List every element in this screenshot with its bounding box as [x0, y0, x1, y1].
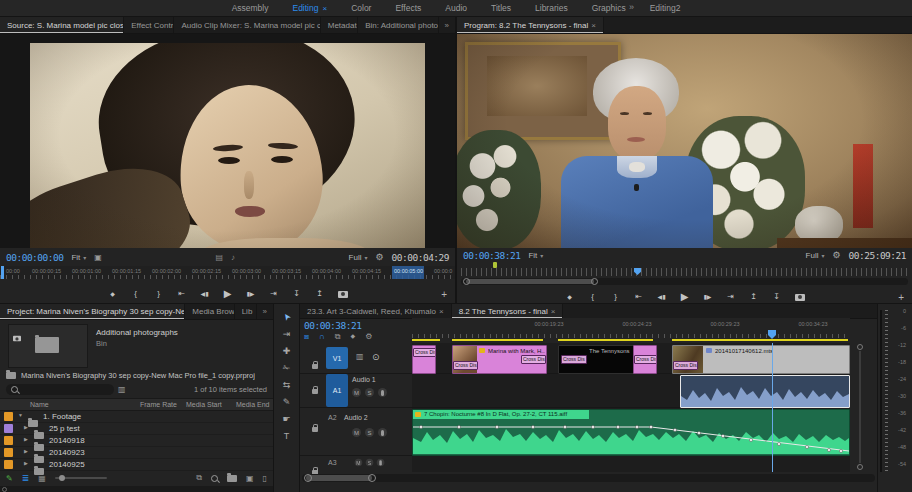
label-chip[interactable] [4, 424, 13, 433]
source-track-indicator-a1[interactable]: A1 [326, 374, 348, 407]
tab-project[interactable]: Project: Marina Niven's Biography 30 sep… [0, 304, 185, 319]
mark-out-button[interactable]: } [154, 289, 164, 299]
transition[interactable]: Cross Dis [561, 355, 587, 364]
export-frame-button[interactable] [338, 291, 348, 298]
solo-button[interactable]: S [365, 428, 374, 437]
video-clip-tennysons[interactable]: Cross Dis The Tennysons [558, 345, 635, 374]
bin-preview-thumbnail[interactable] [8, 324, 88, 368]
track-label[interactable]: A3 [328, 459, 337, 466]
label-chip[interactable] [4, 412, 13, 421]
go-to-in-button[interactable]: ⇤ [634, 292, 644, 302]
source-resolution-select[interactable]: Full▾ [349, 253, 368, 262]
audio-clip-a1[interactable] [680, 375, 850, 408]
add-marker-button[interactable]: ◆ [351, 332, 356, 342]
solo-button[interactable]: S [366, 459, 374, 467]
timeline-ruler[interactable]: 00:00:19:23 00:00:24:23 00:00:29:23 00:0… [412, 318, 850, 339]
slip-tool[interactable]: ⇆ [274, 376, 299, 393]
ripple-edit-tool[interactable]: ✚ [274, 342, 299, 359]
program-video-area[interactable] [457, 34, 912, 248]
tab-overflow-button[interactable]: » [257, 304, 273, 319]
new-item-button[interactable]: ▣ [246, 474, 254, 483]
track-name[interactable]: Audio 1 [352, 376, 376, 383]
icon-view-button[interactable]: ▦ [38, 474, 46, 483]
program-ruler[interactable] [461, 268, 908, 276]
type-tool[interactable]: T [274, 427, 299, 444]
workspace-tab-titles[interactable]: Titles [480, 3, 522, 13]
zoom-slider[interactable] [55, 477, 107, 479]
settings-wrench-icon[interactable]: ⚙ [376, 252, 384, 262]
step-back-button[interactable]: ◀▮ [200, 289, 210, 299]
timeline-playhead[interactable] [772, 343, 773, 472]
mark-out-button[interactable]: } [611, 292, 621, 302]
transition[interactable]: Cross Dis [453, 361, 478, 370]
safe-margins-button[interactable]: ▣ [94, 253, 102, 262]
track-select-forward-tool[interactable]: ⇥ [274, 325, 299, 342]
timeline-settings-wrench-icon[interactable]: ⚙ [365, 332, 372, 342]
search-input[interactable] [6, 384, 114, 395]
tab-sequence-tennysons[interactable]: 8.2 The Tennysons - final× [452, 304, 564, 318]
label-chip[interactable] [4, 460, 13, 469]
linked-selection-button[interactable]: ⧉ [335, 332, 341, 342]
nest-toggle-button[interactable]: ⧈ [304, 332, 309, 342]
source-zoom-select[interactable]: Fit▾ [71, 253, 86, 262]
transition[interactable]: Cross Dis [521, 355, 546, 364]
sync-lock-icon[interactable]: ▥ [356, 352, 364, 361]
column-name[interactable]: Name [30, 401, 49, 408]
video-clip-marina[interactable]: Marina with Mark, H... Cross Dis Cross D… [452, 345, 547, 374]
source-playhead[interactable] [1, 266, 4, 279]
column-media-end[interactable]: Media End [236, 401, 269, 408]
go-to-out-button[interactable]: ⇥ [726, 292, 736, 302]
step-forward-button[interactable]: ▮▶ [703, 292, 713, 302]
find-button[interactable] [211, 475, 218, 482]
program-playhead[interactable] [634, 268, 641, 275]
project-scrollbar[interactable] [0, 486, 273, 492]
workspace-overflow-button[interactable]: » [629, 2, 634, 12]
source-video-area[interactable] [0, 34, 455, 248]
tab-effect-controls[interactable]: Effect Controls [124, 17, 174, 33]
tab-sequence-art3[interactable]: 23.3. Art 3-Caldwell, Reed, Khumalo× [300, 304, 452, 318]
label-chip[interactable] [4, 436, 13, 445]
source-track-indicator-v1[interactable]: V1 [326, 347, 348, 369]
overwrite-button[interactable]: ↥ [315, 289, 325, 299]
column-media-start[interactable]: Media Start [186, 401, 222, 408]
lock-icon[interactable] [312, 364, 318, 369]
timeline-timecode[interactable]: 00:00:38:21 [304, 320, 361, 331]
mark-in-button[interactable]: { [131, 289, 141, 299]
go-to-out-button[interactable]: ⇥ [269, 289, 279, 299]
voiceover-record-button[interactable] [378, 388, 387, 397]
source-ruler[interactable]: 00:00 00:00:00:15 00:00:01:00 00:00:01:1… [0, 266, 455, 279]
workspace-tab-effects[interactable]: Effects [384, 3, 432, 13]
timeline-vscrollbar[interactable] [856, 344, 864, 470]
workspace-tab-editing2[interactable]: Editing2 [639, 3, 692, 13]
play-button[interactable]: ▶ [680, 292, 690, 302]
settings-wrench-icon[interactable]: ⚙ [833, 250, 841, 260]
solo-button[interactable]: S [365, 388, 374, 397]
close-icon[interactable]: × [551, 307, 556, 316]
program-timecode[interactable]: 00:00:38:21 [463, 250, 520, 261]
twirl-closed-icon[interactable]: ▶ [24, 460, 28, 466]
lift-button[interactable]: ↥ [749, 292, 759, 302]
button-editor-button[interactable]: + [441, 289, 447, 300]
insert-button[interactable]: ↧ [292, 289, 302, 299]
voiceover-record-button[interactable] [378, 428, 387, 437]
tab-audio-clip-mixer[interactable]: Audio Clip Mixer: S. Marina model pic cl… [174, 17, 320, 33]
export-frame-button[interactable] [795, 294, 805, 301]
hand-tool[interactable]: ☛ [274, 410, 299, 427]
drag-audio-icon[interactable]: ♪ [231, 253, 235, 262]
new-bin-button[interactable] [227, 475, 237, 482]
tab-bin[interactable]: Bin: Additional photographs [358, 17, 438, 33]
column-frame-rate[interactable]: Frame Rate [140, 401, 177, 408]
twirl-open-icon[interactable]: ▼ [18, 412, 23, 418]
automate-to-sequence-button[interactable]: ⧉ [196, 473, 202, 483]
tab-media-browser[interactable]: Media Browser [185, 304, 234, 319]
timeline-hscrollbar[interactable] [302, 474, 875, 482]
tab-program[interactable]: Program: 8.2 The Tennysons - final× [457, 17, 604, 33]
razor-tool[interactable]: ✁ [274, 359, 299, 376]
program-zoom-select[interactable]: Fit▾ [528, 251, 543, 260]
video-clip-mts[interactable]: Cross Dis 20141017140612.mts [672, 345, 850, 374]
twirl-closed-icon[interactable]: ▶ [24, 424, 28, 430]
twirl-closed-icon[interactable]: ▶ [24, 448, 28, 454]
transition[interactable]: Cross Dis [634, 355, 657, 364]
zoom-handle-right[interactable] [591, 278, 598, 285]
source-timecode[interactable]: 00:00:00:00 [6, 252, 63, 263]
